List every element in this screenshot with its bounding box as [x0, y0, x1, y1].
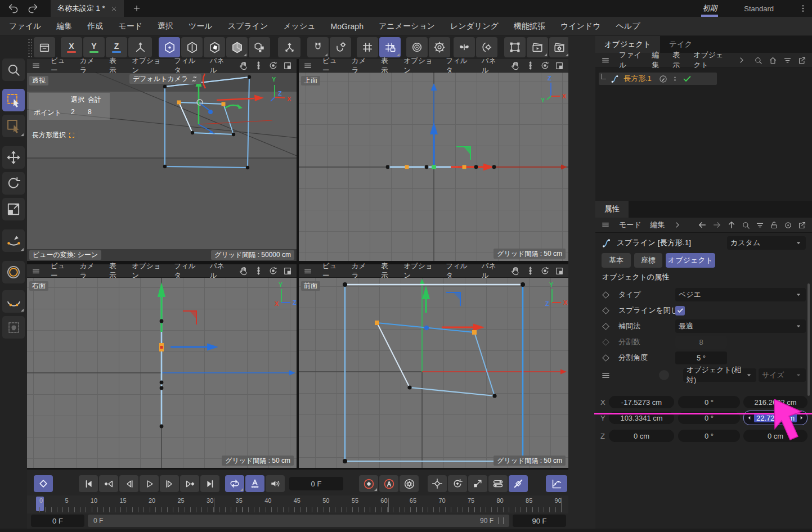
forward-icon[interactable] [712, 220, 721, 229]
menu-mode[interactable]: モード [619, 220, 641, 230]
maximize-icon[interactable] [283, 61, 292, 70]
maximize-icon[interactable] [283, 267, 292, 276]
dolly-icon[interactable] [526, 61, 535, 70]
viewport-perspective[interactable]: Y Z X 透視 デフォルトカメラ 選択合計 ポイント28 長方形選択 [27, 73, 297, 249]
menu-overflow-icon[interactable] [738, 57, 745, 64]
key-filter-toggle[interactable] [509, 475, 528, 492]
range-grip[interactable] [498, 517, 504, 524]
tab-basic[interactable]: 基本 [602, 253, 631, 268]
menu-item-3[interactable]: モード [118, 21, 142, 31]
viewport-right[interactable]: Y Z X 右面 グリッド間隔 : 50 cm [27, 278, 297, 468]
document-tab[interactable]: 名称未設定 1 * [51, 0, 124, 17]
record-button[interactable] [359, 475, 378, 492]
arc-spline-tool[interactable] [2, 290, 25, 313]
workplane-button[interactable] [357, 37, 378, 57]
menu-item-7[interactable]: メッシュ [283, 21, 315, 31]
pos-x-field[interactable]: -17.5273 cm [609, 396, 674, 408]
redo-icon[interactable] [27, 3, 38, 14]
menu-item-0[interactable]: ファイル [9, 21, 41, 31]
range-start-field[interactable]: 0 F [31, 515, 84, 527]
orbit-icon[interactable] [268, 266, 278, 276]
viewport-menu-icon[interactable] [32, 267, 41, 276]
scale-tool[interactable] [2, 198, 25, 220]
menu-item-1[interactable]: 編集 [56, 21, 72, 31]
hand-icon[interactable] [239, 61, 249, 70]
key-scale-toggle[interactable] [468, 475, 487, 492]
rot-z-field[interactable]: 0 ° [678, 430, 740, 442]
polygon-mode-button[interactable] [204, 37, 225, 57]
tab-object[interactable]: オブジェクト [666, 253, 715, 268]
move-tool[interactable] [2, 146, 25, 169]
am-menu-icon[interactable] [601, 220, 610, 229]
live-select-tool[interactable] [2, 115, 25, 137]
hand-icon[interactable] [511, 61, 521, 70]
fcurve-button[interactable] [546, 475, 567, 492]
orbit-icon[interactable] [268, 61, 278, 70]
edit-toggle-icon[interactable] [659, 75, 667, 83]
layout-menu-icon[interactable] [798, 4, 807, 13]
next-key-button[interactable] [180, 475, 199, 492]
viewport-top[interactable]: Z X Y 上面 グリッド間隔 : 50 cm [299, 73, 568, 261]
play-button[interactable] [140, 475, 159, 492]
range-end-field[interactable]: 90 F [513, 515, 566, 527]
goto-end-button[interactable] [200, 475, 219, 492]
object-row[interactable]: 長方形.1 [599, 73, 717, 85]
menu-item-10[interactable]: レンダリング [450, 21, 499, 31]
key-position-toggle[interactable] [428, 475, 447, 492]
points-mode-button[interactable] [159, 37, 180, 57]
render-view-button[interactable] [527, 37, 548, 57]
param-diamond[interactable] [602, 291, 609, 299]
selection-tag-chip[interactable]: 長方形選択 [29, 130, 78, 140]
menu-item-6[interactable]: スプライン [228, 21, 268, 31]
om-menu-0[interactable]: ファイル [619, 50, 643, 70]
type-dropdown[interactable]: ベジエ [675, 288, 806, 301]
search-tool[interactable] [2, 58, 25, 81]
current-frame-field[interactable]: 0 F [289, 477, 343, 490]
lock-icon[interactable] [770, 221, 778, 229]
up-icon[interactable] [727, 220, 736, 229]
object-tree[interactable]: 長方形.1 [595, 68, 812, 201]
interpolation-dropdown[interactable]: 最適 [675, 319, 806, 333]
orbit-icon[interactable] [540, 266, 550, 276]
last-tool-button[interactable] [34, 37, 55, 57]
render-region-button[interactable] [504, 37, 526, 57]
open-external-icon[interactable] [798, 56, 806, 65]
range-scrollbar[interactable]: 0 F 90 F [88, 515, 509, 527]
modeling-axis-button[interactable] [406, 37, 428, 57]
model-mode-button[interactable] [226, 37, 248, 57]
viewport-menu-icon[interactable] [303, 61, 312, 70]
prev-key-button[interactable] [99, 475, 118, 492]
dolly-icon[interactable] [254, 61, 263, 70]
orbit-icon[interactable] [540, 61, 550, 70]
menu-item-5[interactable]: ツール [189, 21, 213, 31]
viewport-front[interactable]: Y X Z 前面 グリッド間隔 : 50 cm [299, 278, 568, 468]
maximize-icon[interactable] [555, 267, 564, 276]
param-diamond[interactable] [602, 323, 609, 330]
autokey-record-button[interactable] [379, 475, 398, 492]
menu-item-12[interactable]: ウインドウ [560, 21, 601, 31]
dolly-icon[interactable] [254, 266, 263, 276]
camera-chip[interactable]: デフォルトカメラ [129, 74, 201, 84]
om-menu-2[interactable]: 表示 [672, 50, 684, 70]
rotate-tool[interactable] [2, 172, 25, 195]
layout-tab-standard[interactable]: Standard [739, 0, 778, 17]
key-rotation-toggle[interactable] [448, 475, 467, 492]
search-icon[interactable] [742, 221, 750, 229]
render-settings-button[interactable] [549, 37, 569, 57]
axis-z-toggle[interactable]: Z [106, 37, 127, 57]
keyframe-settings-button[interactable] [400, 475, 419, 492]
object-name[interactable]: 長方形.1 [623, 74, 652, 84]
hand-icon[interactable] [239, 266, 249, 276]
close-spline-checkbox[interactable] [675, 306, 685, 315]
snap-button[interactable] [307, 37, 329, 57]
close-icon[interactable] [111, 6, 117, 12]
home-icon[interactable] [769, 56, 777, 65]
coord-menu-icon[interactable] [601, 371, 611, 380]
param-diamond[interactable] [602, 354, 609, 362]
tab-coordinates[interactable]: 座標 [634, 253, 662, 268]
sound-button[interactable] [266, 475, 285, 492]
axis-edit-button[interactable] [278, 37, 300, 57]
filter-icon[interactable] [783, 56, 792, 65]
spinner-left-icon[interactable] [747, 414, 752, 421]
rot-x-field[interactable]: 0 ° [678, 396, 740, 408]
